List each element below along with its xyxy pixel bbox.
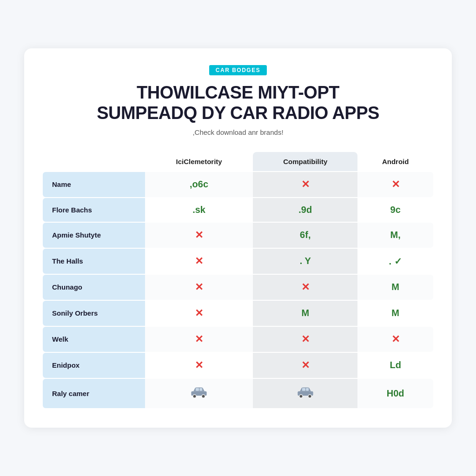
cell-value: M: [391, 282, 399, 292]
svg-point-1: [193, 395, 196, 398]
cross-icon: ✕: [301, 359, 310, 371]
cell-col3: M,: [357, 223, 433, 248]
table-row: Enidpox ✕ ✕ Ld: [43, 353, 433, 378]
cell-value: .sk: [192, 205, 205, 215]
cell-col2: ✕: [253, 275, 357, 300]
cross-icon: ✕: [195, 281, 203, 293]
cell-col2: ✕: [253, 353, 357, 378]
svg-point-7: [308, 395, 311, 398]
col-header-col3: Android: [357, 152, 433, 171]
cell-col1: ✕: [145, 223, 253, 248]
cell-col1: ✕: [145, 301, 253, 326]
cell-col1: [145, 379, 253, 408]
cell-col2: ✕: [253, 172, 357, 197]
row-label: Flore Bachs: [43, 198, 145, 222]
cell-value: . Y: [300, 256, 311, 266]
comparison-table: IciClemetority Compatibility Android Nam…: [43, 151, 433, 409]
table-row: Flore Bachs .sk .9d 9c: [43, 198, 433, 222]
cell-col1: ✕: [145, 327, 253, 352]
cell-col1: ✕: [145, 275, 253, 300]
cell-col1: ✕: [145, 249, 253, 274]
cell-value: M: [301, 308, 309, 318]
svg-rect-3: [196, 388, 199, 390]
cell-value: . ✓: [389, 256, 402, 266]
cell-col2: [253, 379, 357, 408]
cell-col3: ✕: [357, 172, 433, 197]
badge-row: CAR BODGES: [43, 65, 433, 75]
cell-value: Ld: [390, 360, 401, 370]
cross-icon: ✕: [195, 307, 203, 319]
cross-icon: ✕: [195, 229, 203, 241]
cell-value: H0d: [387, 388, 404, 398]
cell-col3: Ld: [357, 353, 433, 378]
row-label: Raly camer: [43, 379, 145, 408]
row-label: Name: [43, 172, 145, 197]
table-row: Welk ✕ ✕ ✕: [43, 327, 433, 352]
cell-col1: ✕: [145, 353, 253, 378]
svg-rect-8: [302, 388, 305, 390]
cross-icon: ✕: [391, 178, 400, 190]
car-icon: [297, 385, 314, 402]
svg-point-6: [299, 395, 303, 398]
cell-col2: .9d: [253, 198, 357, 222]
cell-col3: 9c: [357, 198, 433, 222]
col-header-name: [43, 152, 145, 171]
cell-value: M,: [390, 230, 401, 240]
cross-icon: ✕: [195, 333, 203, 345]
cross-icon: ✕: [301, 281, 310, 293]
table-row: Chunago ✕ ✕ M: [43, 275, 433, 300]
svg-point-2: [202, 395, 205, 398]
cell-col3: H0d: [357, 379, 433, 408]
table-row: Apmie Shutyte ✕ 6f, M,: [43, 223, 433, 248]
cell-col3: M: [357, 301, 433, 326]
cell-col1: .sk: [145, 198, 253, 222]
cell-value: M: [391, 308, 399, 318]
table-row: Name ,o6c ✕ ✕: [43, 172, 433, 197]
cell-col1: ,o6c: [145, 172, 253, 197]
row-label: The Halls: [43, 249, 145, 274]
table-row: Raly camer H0d: [43, 379, 433, 408]
cell-col2: . Y: [253, 249, 357, 274]
table-row: Sonily Orbers ✕ M M: [43, 301, 433, 326]
row-label: Welk: [43, 327, 145, 352]
subtitle: ,Check download anr brands!: [43, 128, 433, 136]
table-row: The Halls ✕ . Y . ✓: [43, 249, 433, 274]
cell-value: .9d: [298, 205, 312, 215]
main-title: THOWILCASE MIYT-OPT SUMPEADQ DY CAR RADI…: [43, 83, 433, 123]
cell-col3: . ✓: [357, 249, 433, 274]
svg-rect-4: [199, 388, 202, 390]
row-label: Chunago: [43, 275, 145, 300]
row-label: Enidpox: [43, 353, 145, 378]
col-header-col2: Compatibility: [253, 152, 357, 171]
row-label: Sonily Orbers: [43, 301, 145, 326]
cell-col2: 6f,: [253, 223, 357, 248]
cell-value: ,o6c: [190, 179, 208, 189]
cell-col2: M: [253, 301, 357, 326]
car-icon: [190, 385, 208, 402]
row-label: Apmie Shutyte: [43, 223, 145, 248]
cell-col2: ✕: [253, 327, 357, 352]
cell-col3: M: [357, 275, 433, 300]
cell-col3: ✕: [357, 327, 433, 352]
cell-value: 9c: [390, 205, 401, 215]
col-header-col1: IciClemetority: [145, 152, 253, 171]
category-badge: CAR BODGES: [209, 65, 267, 75]
cross-icon: ✕: [391, 333, 400, 345]
svg-rect-9: [306, 388, 309, 390]
cross-icon: ✕: [195, 359, 203, 371]
main-card: CAR BODGES THOWILCASE MIYT-OPT SUMPEADQ …: [24, 48, 452, 427]
cross-icon: ✕: [301, 333, 310, 345]
cross-icon: ✕: [195, 255, 203, 267]
cross-icon: ✕: [301, 178, 310, 190]
cell-value: 6f,: [300, 230, 311, 240]
